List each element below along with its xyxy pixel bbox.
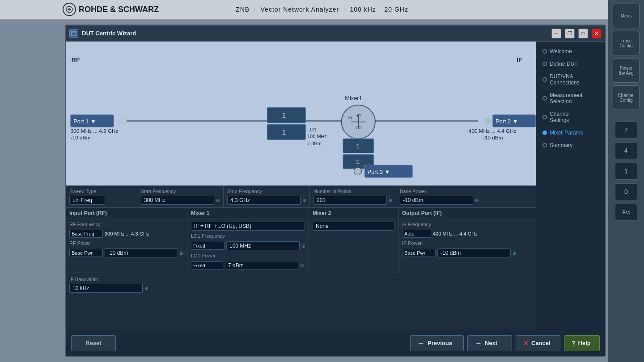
rf-power-input[interactable] bbox=[105, 248, 178, 257]
measurement-nav-label: MeasurementSelection bbox=[550, 92, 582, 105]
restore-button[interactable]: ❐ bbox=[565, 29, 575, 38]
svg-point-26 bbox=[484, 118, 491, 124]
nav-item-summary[interactable]: Summary bbox=[540, 140, 602, 151]
close-button[interactable]: ✕ bbox=[592, 29, 602, 38]
define-dut-nav-label: Define DUT bbox=[550, 61, 578, 67]
cancel-label: Cancel bbox=[531, 340, 551, 346]
channel-nav-dot bbox=[542, 115, 547, 119]
stop-freq-grid-icon[interactable]: ⊞ bbox=[302, 198, 306, 203]
svg-text:LO: LO bbox=[356, 125, 362, 130]
lo1-power-label: LO1 Power bbox=[191, 253, 305, 258]
lo1-power-grid-icon[interactable]: ⊞ bbox=[300, 263, 304, 268]
start-freq-input[interactable] bbox=[141, 196, 214, 205]
numpad-1[interactable]: 1 bbox=[615, 163, 637, 180]
hw-btn-trace[interactable]: TraceConfig bbox=[613, 31, 640, 55]
output-port-section: Output Port (IF) IF Frequency Auto Fixed… bbox=[398, 208, 536, 273]
if-freq-label: IF Frequency bbox=[402, 222, 532, 227]
help-q-icon: ? bbox=[572, 340, 576, 347]
brand-name: ROHDE & SCHWARZ bbox=[79, 5, 159, 14]
svg-text:1: 1 bbox=[356, 142, 360, 150]
if-power-label: IF Power bbox=[402, 240, 532, 246]
svg-point-36 bbox=[354, 168, 362, 175]
if-bw-grid-icon[interactable]: ⊞ bbox=[144, 286, 148, 291]
welcome-nav-label: Welcome bbox=[550, 48, 572, 55]
help-button[interactable]: ? Help bbox=[564, 335, 600, 351]
numpad-0[interactable]: 0 bbox=[615, 183, 637, 200]
points-grid-icon[interactable]: ⊞ bbox=[389, 198, 392, 203]
svg-text:1: 1 bbox=[282, 128, 286, 136]
lo1-power-type-select[interactable]: Fixed Base Pwr bbox=[191, 261, 223, 269]
output-port-header: Output Port (IF) bbox=[398, 208, 536, 219]
mixer1-header: Mixer 1 bbox=[187, 208, 309, 219]
if-bw-input[interactable] bbox=[69, 284, 143, 293]
measurement-nav-dot bbox=[542, 96, 547, 101]
channel-nav-label: ChannelSettings bbox=[550, 111, 570, 123]
lo1-power-input[interactable] bbox=[225, 261, 298, 270]
mixer-params-nav-label: Mixer-Params bbox=[550, 130, 583, 136]
svg-rect-12 bbox=[267, 108, 305, 123]
stop-freq-label: Stop Frequency bbox=[227, 189, 306, 194]
mixer2-content: None Mixer 2 bbox=[309, 219, 398, 233]
previous-button[interactable]: ← Previous bbox=[410, 335, 464, 351]
dialog-body: RF IF Port 1 ▼ 300 MHz ... 4.3 GHz -10 d… bbox=[66, 42, 605, 330]
hw-btn-meas[interactable]: Meas bbox=[613, 4, 640, 28]
hw-btn-channel[interactable]: ChannelConfig bbox=[613, 85, 640, 110]
nav-item-define-dut[interactable]: Define DUT bbox=[540, 59, 602, 69]
nav-item-dut-vna[interactable]: DUT/VNAConnections bbox=[540, 71, 602, 88]
start-freq-grid-icon[interactable]: ⊞ bbox=[216, 198, 220, 203]
diagram-svg: RF IF Port 1 ▼ 300 MHz ... 4.3 GHz -10 d… bbox=[66, 42, 536, 185]
rf-freq-type-select[interactable]: Base Freq Fixed bbox=[69, 230, 103, 238]
sweep-row: Sweep Type Lin Freq Log Freq Power CW St… bbox=[66, 186, 536, 208]
lo1-freq-grid-icon[interactable]: ⊞ bbox=[301, 244, 305, 248]
numpad-7[interactable]: 7 bbox=[615, 122, 637, 139]
base-power-input[interactable] bbox=[400, 196, 473, 205]
nav-item-mixer-params[interactable]: Mixer-Params bbox=[540, 127, 602, 138]
cancel-x-icon: ✕ bbox=[523, 340, 529, 347]
base-power-group: Base Power ⊞ bbox=[396, 186, 536, 207]
device-type: Vector Network Analyzer bbox=[261, 6, 339, 13]
rf-freq-range: 300 MHz ... 4.3 GHz bbox=[105, 231, 149, 236]
rf-power-type-select[interactable]: Base Pwr Fixed bbox=[69, 249, 103, 257]
esc-btn[interactable]: Esc bbox=[615, 204, 637, 221]
sweep-type-select[interactable]: Lin Freq Log Freq Power CW bbox=[69, 196, 105, 205]
main-dialog: DUT Centric Wizard ─ ❐ □ ✕ RF IF Port 1 bbox=[65, 25, 606, 357]
next-arrow-icon: → bbox=[475, 339, 482, 347]
svg-rect-14 bbox=[267, 124, 305, 139]
nav-item-measurement[interactable]: MeasurementSelection bbox=[540, 90, 602, 107]
minimize-button[interactable]: ─ bbox=[551, 29, 561, 38]
next-button[interactable]: → Next bbox=[467, 335, 512, 351]
lo1-freq-type-select[interactable]: Fixed Base Freq bbox=[191, 242, 225, 250]
mixer2-select[interactable]: None Mixer 2 bbox=[313, 222, 394, 231]
hw-btn-power[interactable]: PowerBw Avg bbox=[613, 58, 640, 83]
maximize-button[interactable]: □ bbox=[578, 29, 588, 38]
stop-freq-input[interactable] bbox=[227, 196, 301, 205]
if-freq-type-select[interactable]: Auto Fixed bbox=[402, 230, 431, 238]
if-bandwidth-row: IF Bandwidth ⊞ bbox=[66, 273, 536, 296]
svg-text:Mixer1: Mixer1 bbox=[345, 95, 362, 102]
prev-arrow-icon: ← bbox=[418, 339, 425, 347]
lo1-freq-input[interactable] bbox=[226, 241, 300, 250]
numpad-4[interactable]: 4 bbox=[615, 142, 637, 159]
svg-text:Port 1  ▼: Port 1 ▼ bbox=[73, 118, 96, 125]
if-power-type-select[interactable]: Base Pwr Fixed bbox=[402, 249, 436, 257]
help-label: Help bbox=[578, 340, 591, 346]
nav-item-welcome[interactable]: Welcome bbox=[540, 46, 602, 57]
mixer1-formula-select[interactable]: IF = RF + LO (Up, USB) IF = RF - LO (Dow… bbox=[191, 222, 305, 231]
points-group: Number of Points ⊞ bbox=[310, 186, 396, 207]
nav-panel: Welcome Define DUT DUT/VNAConnections Me… bbox=[536, 42, 605, 330]
device-range: 100 kHz – 20 GHz bbox=[350, 6, 408, 13]
reset-button[interactable]: Reset bbox=[71, 335, 116, 351]
next-label: Next bbox=[485, 340, 497, 346]
rf-power-grid-icon[interactable]: ⊞ bbox=[180, 251, 183, 256]
base-power-grid-icon[interactable]: ⊞ bbox=[475, 198, 479, 203]
dut-vna-nav-dot bbox=[542, 77, 547, 82]
points-input[interactable] bbox=[314, 196, 387, 205]
cancel-button[interactable]: ✕ Cancel bbox=[516, 335, 560, 351]
dut-vna-nav-label: DUT/VNAConnections bbox=[550, 73, 580, 86]
sweep-type-label: Sweep Type bbox=[69, 189, 133, 194]
svg-text:300 MHz ... 4.3 GHz: 300 MHz ... 4.3 GHz bbox=[71, 128, 119, 134]
if-power-grid-icon[interactable]: ⊞ bbox=[513, 251, 516, 256]
if-power-input[interactable] bbox=[437, 248, 511, 257]
svg-text:1: 1 bbox=[282, 111, 286, 119]
nav-item-channel[interactable]: ChannelSettings bbox=[540, 109, 602, 126]
